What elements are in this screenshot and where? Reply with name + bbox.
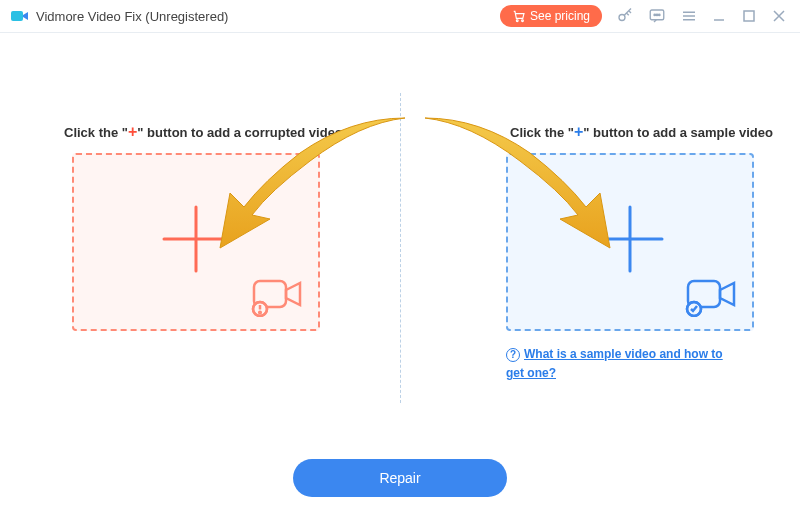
feedback-icon[interactable]	[648, 7, 666, 25]
key-icon[interactable]	[616, 7, 634, 25]
corrupted-camera-icon	[250, 273, 308, 321]
close-button[interactable]	[772, 9, 786, 23]
titlebar: Vidmore Video Fix (Unregistered) See pri…	[0, 0, 800, 32]
svg-rect-8	[744, 11, 754, 21]
menu-icon[interactable]	[680, 7, 698, 25]
maximize-button[interactable]	[742, 9, 756, 23]
add-corrupted-plus-icon	[158, 201, 234, 277]
add-corrupted-video-dropzone[interactable]	[72, 153, 320, 331]
svg-rect-0	[11, 11, 23, 21]
center-divider	[400, 93, 401, 403]
minimize-button[interactable]	[712, 9, 726, 23]
svg-point-5	[654, 14, 656, 16]
repair-button[interactable]: Repair	[293, 459, 507, 497]
app-title: Vidmore Video Fix (Unregistered)	[36, 9, 228, 24]
add-sample-video-dropzone[interactable]	[506, 153, 754, 331]
sample-video-label: Click the "+" button to add a sample vid…	[510, 123, 800, 141]
svg-point-3	[619, 15, 625, 21]
corrupted-video-label: Click the "+" button to add a corrupted …	[64, 123, 384, 141]
svg-point-6	[656, 14, 658, 16]
svg-point-13	[259, 312, 261, 314]
main-content: Click the "+" button to add a corrupted …	[0, 33, 800, 515]
help-icon: ?	[506, 348, 520, 362]
plus-icon: +	[128, 123, 137, 140]
sample-camera-icon	[684, 273, 742, 321]
see-pricing-label: See pricing	[530, 9, 590, 23]
svg-point-7	[659, 14, 661, 16]
see-pricing-button[interactable]: See pricing	[500, 5, 602, 27]
add-sample-plus-icon	[592, 201, 668, 277]
plus-icon: +	[574, 123, 583, 140]
svg-point-1	[516, 20, 518, 22]
app-logo-icon	[10, 6, 30, 26]
sample-video-help-link[interactable]: ?What is a sample video and how to get o…	[506, 345, 736, 383]
svg-point-2	[522, 20, 524, 22]
